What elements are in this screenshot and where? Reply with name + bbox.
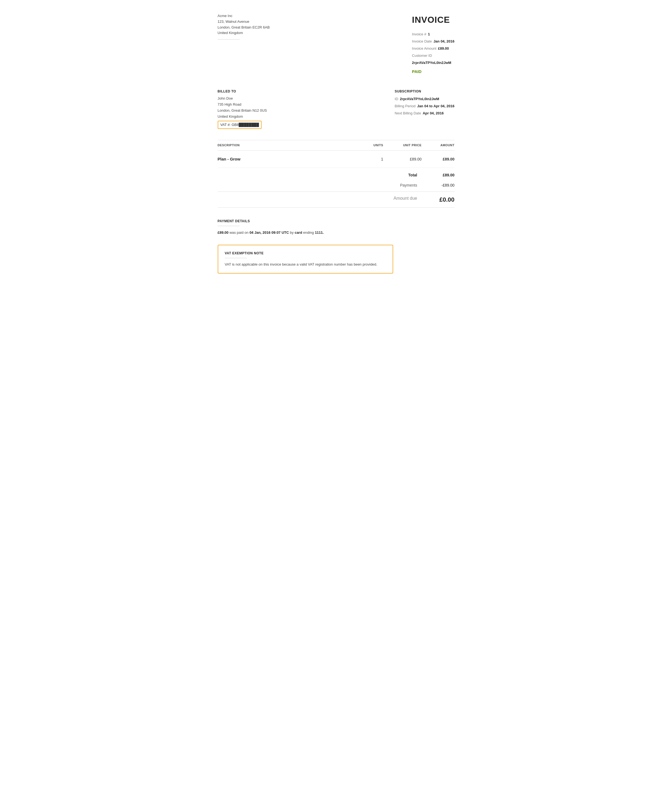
total-row: Total £89.00 (218, 170, 454, 180)
billing-period-row: Billing Period Jan 04 to Apr 04, 2016 (395, 103, 454, 110)
payments-value: -£89.00 (422, 183, 454, 188)
vat-label: VAT #: (221, 123, 231, 127)
vat-number: GB8████████ (232, 123, 259, 127)
table-row: Plan - Grow 1 £89.00 £89.00 (218, 151, 454, 168)
header-section: Acme Inc 123, Walnut Avenue London, Grea… (218, 13, 454, 76)
company-info: Acme Inc 123, Walnut Avenue London, Grea… (218, 13, 270, 40)
payments-row: Payments -£89.00 (218, 180, 454, 191)
invoice-date-row: Invoice Date Jan 04, 2016 (412, 38, 454, 45)
table-header: DESCRIPTION UNITS UNIT PRICE AMOUNT (218, 140, 454, 151)
billed-to-label: BILLED TO (218, 89, 267, 94)
paid-badge: PAID (412, 67, 454, 76)
company-country: United Kingdom (218, 30, 270, 36)
subscription-id-label: ID (395, 95, 398, 103)
total-value: £89.00 (422, 172, 454, 178)
invoice-number-row: Invoice # 1 (412, 31, 454, 38)
subscription-id-row: ID 2rprAVaTPYoL0in2JwM (395, 95, 454, 103)
subscription-block: SUBSCRIPTION ID 2rprAVaTPYoL0in2JwM Bill… (395, 89, 454, 129)
vat-exemption-box: VAT EXEMPTION NOTE VAT is not applicable… (218, 245, 393, 274)
billing-period-value: Jan 04 to Apr 04, 2016 (417, 103, 454, 110)
subscription-label: SUBSCRIPTION (395, 89, 454, 94)
header-units: UNITS (350, 143, 383, 148)
row-amount: £89.00 (422, 156, 454, 162)
payment-details-label: PAYMENT DETAILS (218, 219, 454, 224)
header-unit-price: UNIT PRICE (383, 143, 422, 148)
next-billing-value: Apr 04, 2016 (423, 110, 444, 117)
company-address2: London, Great Britain EC2R 6AB (218, 25, 270, 30)
payments-label: Payments (367, 183, 422, 188)
company-divider (218, 39, 240, 40)
invoice-container: Acme Inc 123, Walnut Avenue London, Grea… (205, 0, 468, 287)
invoice-table: DESCRIPTION UNITS UNIT PRICE AMOUNT Plan… (218, 140, 454, 208)
company-address1: 123, Walnut Avenue (218, 19, 270, 25)
amount-due-value: £0.00 (422, 195, 454, 204)
amount-due-label: Amount due (367, 195, 422, 204)
header-amount: AMOUNT (422, 143, 454, 148)
billed-to-block: BILLED TO John Doe 735 High Road London,… (218, 89, 267, 129)
invoice-amount-row: Invoice Amount £89.00 (412, 45, 454, 52)
billing-period-label: Billing Period (395, 103, 416, 110)
invoice-number-label: Invoice # (412, 31, 426, 38)
payment-divider (218, 226, 240, 226)
invoice-amount-value: £89.00 (438, 45, 449, 52)
vat-exemption-text: VAT is not applicable on this invoice be… (225, 261, 386, 268)
customer-id-value: 2rprAVaTPYoL0in2JwM (412, 59, 451, 66)
row-units: 1 (350, 156, 383, 162)
amount-due-row: Amount due £0.00 (218, 191, 454, 208)
invoice-date-label: Invoice Date (412, 38, 432, 45)
next-billing-row: Next Billing Date Apr 04, 2016 (395, 110, 454, 117)
subscription-content: ID 2rprAVaTPYoL0in2JwM Billing Period Ja… (395, 95, 454, 117)
header-description: DESCRIPTION (218, 143, 350, 148)
billed-address2: London, Great Britain N12 0US (218, 107, 267, 114)
total-label: Total (367, 172, 422, 178)
customer-id-label: Customer ID (412, 52, 432, 59)
customer-id-row: Customer ID (412, 52, 454, 59)
invoice-date-value: Jan 04, 2016 (434, 38, 454, 45)
vat-number-box: VAT #: GB8████████ (218, 121, 262, 129)
invoice-title: INVOICE (412, 13, 454, 26)
next-billing-label: Next Billing Date (395, 110, 421, 117)
invoice-amount-label: Invoice Amount (412, 45, 437, 52)
subscription-id-value: 2rprAVaTPYoL0in2JwM (400, 95, 439, 103)
customer-id-value-row: 2rprAVaTPYoL0in2JwM (412, 59, 454, 66)
company-name: Acme Inc (218, 13, 270, 19)
billed-name: John Doe (218, 95, 267, 101)
payment-details-section: PAYMENT DETAILS £89.00 was paid on 04 Ja… (218, 219, 454, 236)
payment-text: £89.00 was paid on 04 Jan, 2016 09:07 UT… (218, 229, 454, 236)
billed-to-content: John Doe 735 High Road London, Great Bri… (218, 95, 267, 129)
billed-country: United Kingdom (218, 114, 267, 120)
vat-exemption-label: VAT EXEMPTION NOTE (225, 251, 386, 256)
totals-section: Total £89.00 Payments -£89.00 Amount due… (218, 170, 454, 208)
invoice-number-value: 1 (428, 31, 430, 38)
row-unit-price: £89.00 (383, 156, 422, 162)
invoice-title-block: INVOICE Invoice # 1 Invoice Date Jan 04,… (412, 13, 454, 76)
row-description: Plan - Grow (218, 156, 350, 162)
billed-section: BILLED TO John Doe 735 High Road London,… (218, 89, 454, 129)
invoice-meta: Invoice # 1 Invoice Date Jan 04, 2016 In… (412, 31, 454, 76)
billed-address1: 735 High Road (218, 101, 267, 107)
